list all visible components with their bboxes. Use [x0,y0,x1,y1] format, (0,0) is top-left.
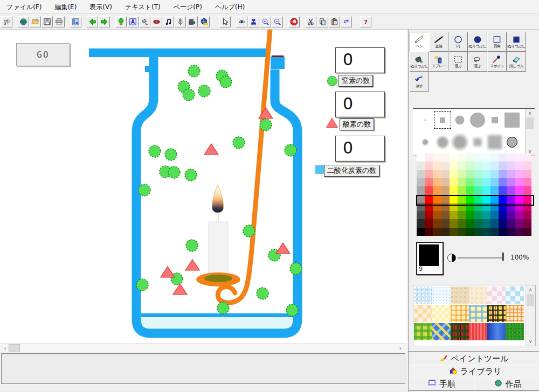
palette-color[interactable] [458,219,466,227]
texture-scrollbar[interactable]: ∧ ∨ [526,285,535,346]
palette-color[interactable] [482,162,490,170]
palette-color[interactable] [474,178,482,186]
palette-color[interactable] [523,153,531,162]
palette-color[interactable] [482,153,490,162]
palette-color[interactable] [507,203,515,211]
go-button[interactable]: GO [16,43,70,66]
tab-works[interactable]: 作品 [474,377,539,391]
scroll-up-icon[interactable]: ∧ [527,286,534,293]
help-button[interactable]: ? [360,16,371,27]
brush-size-option[interactable] [488,135,502,149]
palette-color[interactable] [507,228,515,236]
paste-button[interactable] [329,16,340,27]
palette-color[interactable] [507,186,515,194]
palette-color[interactable] [433,162,441,170]
palette-color[interactable] [490,170,499,178]
tool-spray-button[interactable]: スプレー [429,52,448,72]
palette-color[interactable] [466,203,474,211]
palette-color[interactable] [474,203,482,211]
palette-color[interactable] [515,186,523,194]
brush-size-option[interactable] [473,138,481,146]
palette-color[interactable] [482,219,490,227]
palette-color[interactable] [499,195,507,203]
palette-color[interactable] [490,219,499,227]
palette-color[interactable] [523,211,531,219]
palette-color[interactable] [425,178,433,186]
tool-pen-button[interactable]: ペン [410,32,429,52]
palette-color[interactable] [515,211,523,219]
palette-color[interactable] [523,195,531,203]
scroll-up-icon[interactable]: ∧ [526,109,534,117]
palette-color[interactable] [441,186,450,194]
texture-green-plaid[interactable] [414,323,432,340]
print-button[interactable] [53,16,65,27]
palette-color[interactable] [441,195,450,203]
brush-size-option[interactable] [507,137,517,148]
brush-size-option[interactable] [455,116,465,125]
tool-fill-circle-button[interactable]: ぬりつぶし [468,32,487,52]
menu-item-3[interactable]: テキスト(T) [119,1,167,13]
palette-color[interactable] [417,203,425,211]
palette-color[interactable] [458,228,466,236]
palette-color[interactable] [425,170,433,178]
brush-size-option[interactable] [492,117,498,123]
palette-color[interactable] [441,203,450,211]
palette-color[interactable] [482,203,490,211]
palette-color[interactable] [490,178,499,186]
palette-color[interactable] [441,162,450,170]
texture-tartan[interactable] [451,323,469,340]
zoom-out-button[interactable] [272,16,283,27]
back-button[interactable] [87,16,98,27]
palette-color[interactable] [499,170,507,178]
palette-color[interactable] [482,211,490,219]
cursor-button[interactable] [219,16,231,27]
texture-peach-check[interactable] [414,305,432,322]
palette-color[interactable] [450,219,458,227]
movie-button[interactable] [186,16,198,27]
palette-color[interactable] [458,162,466,170]
palette-color[interactable] [450,211,458,219]
texture-white-speckle[interactable] [432,286,451,304]
tool-dropper-button[interactable]: スポイト [487,52,507,72]
palette-color[interactable] [458,203,466,211]
palette-color[interactable] [433,228,441,236]
palette-color[interactable] [450,170,458,178]
palette-color[interactable] [441,219,450,227]
open-folder-button[interactable] [30,16,41,27]
palette-color[interactable] [507,162,515,170]
palette-color[interactable] [499,211,507,219]
brush-size-option[interactable] [421,138,429,146]
clipart-button[interactable] [115,16,127,27]
texture-blue-check[interactable] [506,286,524,304]
palette-color[interactable] [433,195,441,203]
opacity-slider-handle[interactable] [502,253,504,261]
tool-fill-rect-button[interactable]: ぬりつぶし [507,32,526,52]
palette-color[interactable] [433,186,441,194]
forward-button[interactable] [99,16,110,27]
palette-color[interactable] [466,219,474,227]
palette-color[interactable] [425,203,433,211]
palette-color[interactable] [515,170,523,178]
palette-color[interactable] [523,170,531,178]
palette-color[interactable] [515,228,523,236]
texture-orange-plaid[interactable] [451,305,469,322]
palette-color[interactable] [417,153,425,162]
palette-color[interactable] [523,219,531,227]
palette-color[interactable] [450,153,458,162]
brush-size-option[interactable] [436,135,450,150]
palette-color[interactable] [441,153,450,162]
palette-color[interactable] [466,186,474,194]
palette-color[interactable] [433,153,441,162]
palette-color[interactable] [474,219,482,227]
brush-size-option[interactable] [505,113,520,128]
palette-color[interactable] [417,195,425,203]
texture-red-fabric[interactable] [469,323,487,340]
palette-color[interactable] [474,170,482,178]
texture-blue-gradient[interactable] [487,323,506,340]
stop-button[interactable] [288,16,300,27]
tool-eraser-button[interactable]: 消しゴム [507,52,526,72]
palette-color[interactable] [458,178,466,186]
palette-color[interactable] [523,186,531,194]
palette-color[interactable] [515,153,523,162]
palette-color[interactable] [425,195,433,203]
